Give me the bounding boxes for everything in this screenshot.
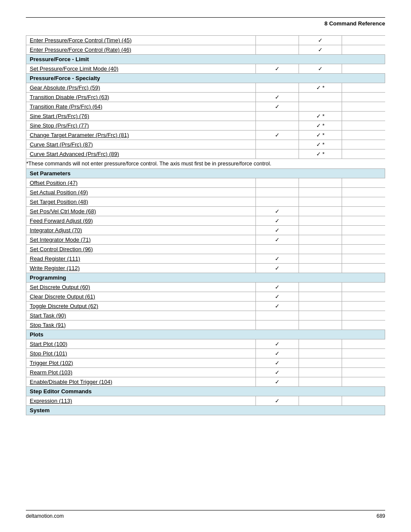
table-row: Rearm Plot (103)✓ (26, 368, 385, 377)
table-row: Sine Start (Prs/Frc) (76)✓ * (26, 112, 385, 121)
command-name[interactable]: Set Pos/Vel Ctrl Mode (68) (30, 208, 96, 215)
check-cell: ✓ (299, 64, 342, 74)
command-name[interactable]: Toggle Discrete Output (62) (30, 303, 98, 309)
footer-left: deltamotion.com (26, 513, 64, 519)
section-header-row: System (26, 406, 385, 415)
check-cell (342, 188, 385, 197)
check-cell (256, 36, 299, 45)
command-name[interactable]: Start Plot (100) (30, 341, 67, 347)
table-row: Trigger Plot (102)✓ (26, 358, 385, 368)
command-name[interactable]: Stop Plot (101) (30, 350, 67, 357)
check-cell: ✓ * (299, 140, 342, 149)
check-cell (299, 235, 342, 245)
check-cell: ✓ (256, 102, 299, 112)
check-cell: ✓ (256, 283, 299, 292)
command-name[interactable]: Rearm Plot (103) (30, 369, 72, 376)
check-cell (299, 188, 342, 197)
check-cell (299, 292, 342, 302)
check-cell (299, 339, 342, 349)
command-name[interactable]: Feed Forward Adjust (69) (30, 218, 93, 224)
note-row: *These commands will not enter pressure/… (26, 159, 385, 169)
check-cell (256, 149, 299, 159)
table-row: Set Discrete Output (60)✓ (26, 283, 385, 292)
table-row: Transition Rate (Prs/Frc) (64)✓ (26, 102, 385, 112)
check-cell (342, 292, 385, 302)
command-name[interactable]: Integrator Adjust (70) (30, 227, 82, 233)
check-cell (342, 102, 385, 112)
check-cell (342, 226, 385, 235)
table-row: Transition Disable (Prs/Frc) (63)✓ (26, 93, 385, 102)
section-header-row: Programming (26, 273, 385, 283)
table-row: Change Target Parameter (Prs/Frc) (81)✓✓… (26, 131, 385, 140)
check-cell: ✓ (256, 264, 299, 273)
command-name[interactable]: Start Task (90) (30, 312, 66, 319)
command-name[interactable]: Transition Disable (Prs/Frc) (63) (30, 94, 109, 100)
command-name[interactable]: Write Register (112) (30, 265, 80, 271)
command-name[interactable]: Set Pressure/Force Limit Mode (40) (30, 65, 118, 72)
command-name[interactable]: Transition Rate (Prs/Frc) (64) (30, 103, 103, 110)
command-name[interactable]: Set Actual Position (49) (30, 189, 88, 196)
command-name[interactable]: Sine Start (Prs/Frc) (76) (30, 113, 89, 119)
command-name[interactable]: Stop Task (91) (30, 322, 66, 328)
check-cell (256, 45, 299, 55)
table-row: Toggle Discrete Output (62)✓ (26, 302, 385, 311)
section-label: Pressure/Force - Specialty (26, 74, 385, 83)
check-cell (342, 396, 385, 406)
section-label: Plots (26, 330, 385, 339)
command-name[interactable]: Set Target Position (48) (30, 199, 88, 205)
command-name[interactable]: Curve Start (Prs/Frc) (87) (30, 141, 93, 148)
check-cell (342, 216, 385, 226)
check-cell (342, 320, 385, 330)
check-cell: ✓ * (299, 83, 342, 93)
command-name[interactable]: Read Register (111) (30, 255, 80, 262)
check-cell (299, 254, 342, 264)
check-cell: ✓ * (299, 112, 342, 121)
check-cell (342, 207, 385, 216)
command-name[interactable]: Gear Absolute (Prs/Frc) (59) (30, 84, 100, 91)
footer-right: 689 (377, 513, 385, 519)
command-name[interactable]: Set Integrator Mode (71) (30, 236, 91, 243)
command-name[interactable]: Set Discrete Output (60) (30, 284, 90, 290)
note-text: *These commands will not enter pressure/… (26, 159, 385, 169)
check-cell (342, 93, 385, 102)
check-cell: ✓ (256, 226, 299, 235)
command-name[interactable]: Trigger Plot (102) (30, 360, 73, 366)
check-cell (299, 283, 342, 292)
check-cell (342, 264, 385, 273)
check-cell: ✓ (256, 368, 299, 377)
command-name[interactable]: Enter Pressure/Force Control (Time) (45) (30, 37, 131, 44)
check-cell (342, 121, 385, 131)
check-cell: ✓ (256, 131, 299, 140)
check-cell: ✓ (256, 235, 299, 245)
table-row: Set Control Direction (96) (26, 245, 385, 254)
command-name[interactable]: Set Control Direction (96) (30, 246, 93, 252)
table-row: Start Plot (100)✓ (26, 339, 385, 349)
command-name[interactable]: Curve Start Advanced (Prs/Frc) (89) (30, 151, 119, 157)
table-row: Expression (113)✓ (26, 396, 385, 406)
check-cell (256, 320, 299, 330)
check-cell (299, 207, 342, 216)
command-name[interactable]: Clear Discrete Output (61) (30, 293, 95, 300)
table-row: Clear Discrete Output (61)✓ (26, 292, 385, 302)
check-cell (342, 149, 385, 159)
check-cell: ✓ (256, 254, 299, 264)
section-label: Set Parameters (26, 169, 385, 178)
check-cell (342, 311, 385, 320)
table-row: Curve Start (Prs/Frc) (87)✓ * (26, 140, 385, 149)
command-name[interactable]: Change Target Parameter (Prs/Frc) (81) (30, 132, 129, 138)
check-cell: ✓ (256, 377, 299, 387)
check-cell (256, 112, 299, 121)
command-name[interactable]: Sine Stop (Prs/Frc) (77) (30, 122, 89, 129)
check-cell: ✓ * (299, 121, 342, 131)
check-cell (256, 311, 299, 320)
command-name[interactable]: Enter Pressure/Force Control (Rate) (46) (30, 47, 131, 53)
command-name[interactable]: Offset Position (47) (30, 180, 78, 186)
check-cell: ✓ (256, 207, 299, 216)
command-name[interactable]: Enable/Disable Plot Trigger (104) (30, 379, 112, 385)
table-row: Enter Pressure/Force Control (Time) (45)… (26, 36, 385, 45)
table-row: Read Register (111)✓ (26, 254, 385, 264)
check-cell (299, 302, 342, 311)
command-name[interactable]: Expression (113) (30, 398, 72, 404)
check-cell (299, 320, 342, 330)
command-reference-table: Enter Pressure/Force Control (Time) (45)… (26, 35, 385, 415)
